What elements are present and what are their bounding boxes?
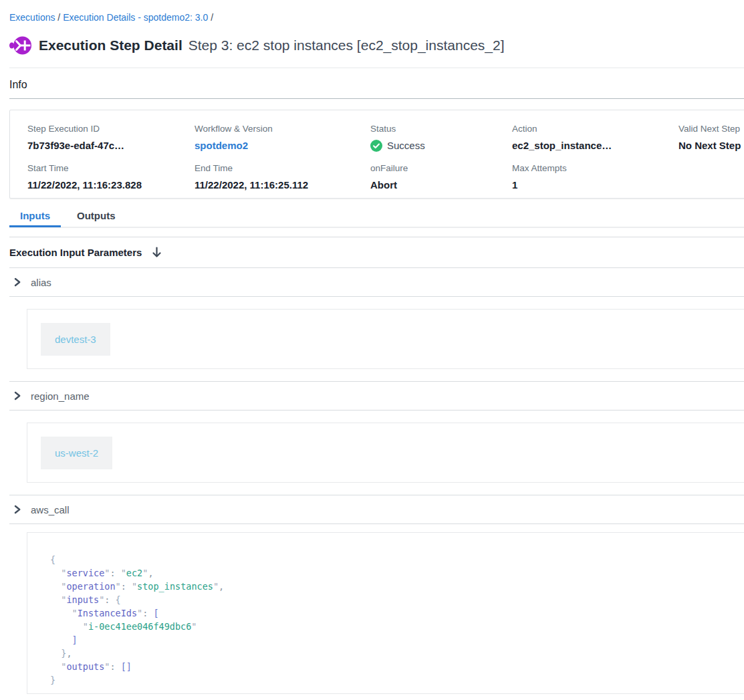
field-label: Action xyxy=(512,123,678,134)
param-name: aws_call xyxy=(31,504,70,515)
breadcrumb-link[interactable]: Execution Details - spotdemo2: 3.0 xyxy=(63,12,208,23)
status-text: Success xyxy=(387,139,425,152)
param-row-region_name[interactable]: region_name xyxy=(9,382,744,410)
breadcrumb-separator: / xyxy=(55,12,63,23)
param-content-alias: devtest-3 xyxy=(9,297,744,381)
field-label: Max Attempts xyxy=(512,162,678,174)
field-label: Start Time xyxy=(27,162,195,174)
param-value-panel: us-west-2 xyxy=(27,423,744,483)
param-row-alias[interactable]: alias xyxy=(9,268,744,296)
param-name: region_name xyxy=(31,390,90,402)
params-heading: Execution Input Parameters xyxy=(9,247,142,258)
breadcrumb: Executions / Execution Details - spotdem… xyxy=(9,11,744,24)
info-field: Start Time11/22/2022, 11:16:23.828 xyxy=(27,162,195,191)
field-label: Valid Next Step xyxy=(678,123,744,134)
param-value-panel: devtest-3 xyxy=(27,309,744,369)
field-value: 11/22/2022, 11:16:25.112 xyxy=(195,179,370,191)
info-field: Max Attempts1 xyxy=(512,162,678,191)
field-value: ec2_stop_instance… xyxy=(512,139,678,152)
param-name: alias xyxy=(31,277,51,288)
page-header: Execution Step DetailStep 3: ec2 stop in… xyxy=(9,33,744,57)
chevron-right-icon xyxy=(13,505,21,514)
page-title: Execution Step Detail xyxy=(39,37,182,53)
info-field: Actionec2_stop_instance… xyxy=(512,123,678,152)
divider xyxy=(9,98,744,99)
breadcrumb-link[interactable]: Executions xyxy=(9,12,55,23)
field-value: Abort xyxy=(370,179,512,191)
field-label: Status xyxy=(370,123,512,134)
divider xyxy=(9,68,744,68)
workflow-version-link[interactable]: spotdemo2 xyxy=(195,140,248,151)
info-field: Step Execution ID7b73f93e-edaf-47c… xyxy=(27,123,195,152)
info-field: Valid Next StepNo Next Step xyxy=(678,123,744,152)
execution-input-parameters-header: Execution Input Parameters xyxy=(9,237,744,267)
info-field: End Time11/22/2022, 11:16:25.112 xyxy=(195,162,370,191)
code-block: { "service": "ec2", "operation": "stop_i… xyxy=(50,553,723,687)
chevron-right-icon xyxy=(13,277,21,287)
field-value: 1 xyxy=(512,179,678,191)
field-label: Workflow & Version xyxy=(195,123,370,134)
field-label: Step Execution ID xyxy=(27,123,195,134)
info-grid: Step Execution ID7b73f93e-edaf-47c…Workf… xyxy=(10,110,744,191)
param-content-aws_call: { "service": "ec2", "operation": "stop_i… xyxy=(9,524,744,694)
workflow-step-icon xyxy=(9,35,32,55)
field-label: onFailure xyxy=(370,162,512,174)
param-row-aws_call[interactable]: aws_call xyxy=(9,495,744,523)
success-check-icon xyxy=(370,140,382,152)
tab-inputs[interactable]: Inputs xyxy=(9,207,61,227)
download-arrow-icon[interactable] xyxy=(152,247,162,258)
info-field: Workflow & Versionspotdemo2 xyxy=(195,123,370,152)
param-value-chip: devtest-3 xyxy=(41,323,110,356)
info-field xyxy=(678,162,744,191)
page-subtitle: Step 3: ec2 stop instances [ec2_stop_ins… xyxy=(189,37,505,53)
chevron-right-icon xyxy=(13,391,21,400)
param-content-region_name: us-west-2 xyxy=(9,411,744,495)
field-label: End Time xyxy=(195,162,370,174)
field-value: 11/22/2022, 11:16:23.828 xyxy=(27,179,195,191)
param-value-chip: us-west-2 xyxy=(41,437,112,469)
field-value: Success xyxy=(370,139,512,152)
info-field: onFailureAbort xyxy=(370,162,512,191)
parameter-sections: aliasdevtest-3region_nameus-west-2aws_ca… xyxy=(9,268,744,694)
code-panel: { "service": "ec2", "operation": "stop_i… xyxy=(27,532,744,694)
execution-step-detail-page: Executions / Execution Details - spotdem… xyxy=(0,11,744,694)
field-value: 7b73f93e-edaf-47c… xyxy=(27,139,195,152)
info-section-heading: Info xyxy=(9,78,744,92)
info-field: StatusSuccess xyxy=(370,123,512,152)
tab-outputs[interactable]: Outputs xyxy=(66,207,126,227)
tab-bar: InputsOutputs xyxy=(9,207,744,227)
field-value: spotdemo2 xyxy=(195,139,370,152)
info-card: Step Execution ID7b73f93e-edaf-47c…Workf… xyxy=(9,110,744,199)
breadcrumb-separator: / xyxy=(208,12,213,23)
field-value: No Next Step xyxy=(678,139,744,152)
